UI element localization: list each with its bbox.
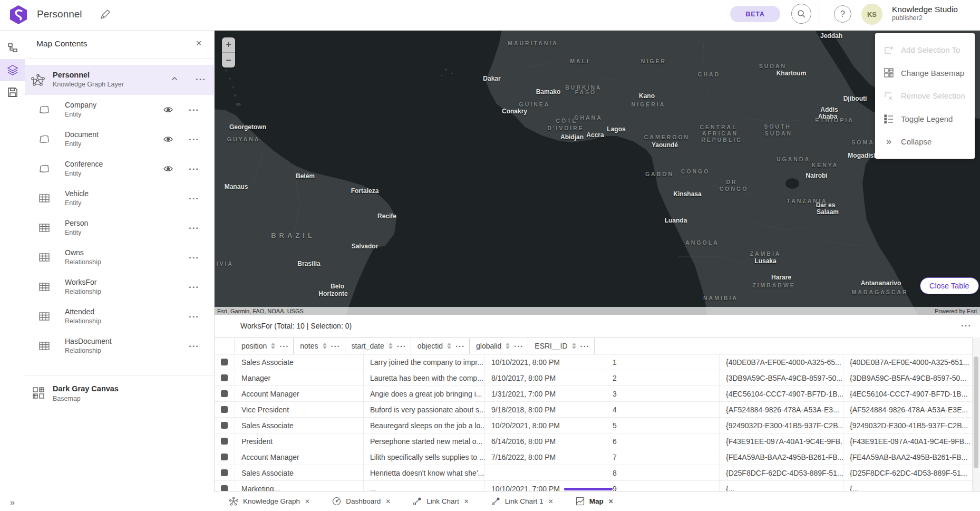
tab-close-icon[interactable]: ✕ xyxy=(385,498,391,505)
row-checkbox[interactable] xyxy=(221,438,228,445)
sort-icon[interactable] xyxy=(572,343,576,349)
layer-row[interactable]: Conference Entity ··· xyxy=(25,154,214,184)
app-logo-icon[interactable] xyxy=(8,5,28,25)
view-tab[interactable]: Link Chart ✕ xyxy=(402,491,480,511)
layer-options-icon[interactable]: ··· xyxy=(189,165,199,173)
tab-close-icon[interactable]: ✕ xyxy=(608,498,614,505)
table-row[interactable]: President Persephone started new metal o… xyxy=(214,433,973,449)
view-tab[interactable]: Knowledge Graph ✕ xyxy=(218,491,321,511)
layer-row[interactable]: WorksFor Relationship ··· xyxy=(25,272,214,302)
layer-options-icon[interactable]: ··· xyxy=(189,312,199,321)
row-checkbox[interactable] xyxy=(221,485,228,491)
column-header[interactable]: objectid ··· xyxy=(411,338,470,354)
layer-options-icon[interactable]: ··· xyxy=(189,224,199,233)
row-checkbox[interactable] xyxy=(221,359,228,365)
zoom-out-button[interactable]: − xyxy=(222,53,235,68)
column-header[interactable]: notes ··· xyxy=(294,338,345,354)
sort-icon[interactable] xyxy=(506,343,510,349)
basemap-row[interactable]: Dark Gray Canvas Basemap xyxy=(25,379,214,408)
cell-objectid: 3 xyxy=(606,386,720,401)
menu-item[interactable]: Change Basemap xyxy=(875,62,975,85)
sort-icon[interactable] xyxy=(271,343,275,349)
table-row[interactable]: Manager Lauretta has been with the comp.… xyxy=(214,370,973,386)
table-horizontal-scrollbar-thumb[interactable] xyxy=(564,488,613,490)
layer-row[interactable]: Attended Relationship ··· xyxy=(25,302,214,331)
table-row[interactable]: Sales Associate Henrietta doesn't know w… xyxy=(214,465,973,481)
view-tab[interactable]: Map ✕ xyxy=(565,491,625,511)
map-contents-layers-button[interactable] xyxy=(0,59,25,81)
tab-close-icon[interactable]: ✕ xyxy=(548,498,554,505)
table-row[interactable]: Sales Associate Larry joined the company… xyxy=(214,354,973,370)
tab-close-icon[interactable]: ✕ xyxy=(305,498,310,505)
column-options-icon[interactable]: ··· xyxy=(514,342,523,350)
link-chart-icon xyxy=(413,497,422,506)
column-header[interactable]: ESRI__ID ··· xyxy=(528,338,594,354)
layer-row[interactable]: Person Entity ··· xyxy=(25,213,214,243)
catalog-tree-button[interactable] xyxy=(0,37,25,59)
layer-options-icon[interactable]: ··· xyxy=(189,253,199,262)
panel-close-icon[interactable]: ✕ xyxy=(196,39,202,47)
column-options-icon[interactable]: ··· xyxy=(455,342,465,350)
row-checkbox[interactable] xyxy=(221,469,228,476)
table-options-icon[interactable]: ··· xyxy=(961,321,972,330)
column-options-icon[interactable]: ··· xyxy=(397,342,406,350)
layer-row[interactable]: Document Entity ··· xyxy=(25,124,214,154)
menu-item[interactable]: » Collapse xyxy=(875,130,975,153)
row-checkbox[interactable] xyxy=(221,406,228,413)
menu-item-label: Remove Selection xyxy=(901,91,965,100)
row-checkbox[interactable] xyxy=(221,374,228,381)
row-checkbox[interactable] xyxy=(221,422,228,429)
menu-item[interactable]: Toggle Legend xyxy=(875,108,975,131)
expand-toolbar-button[interactable]: » xyxy=(0,497,25,508)
menu-item[interactable]: Remove Selection xyxy=(875,84,975,108)
table-row[interactable]: Sales Associate Beauregard sleeps on the… xyxy=(214,418,973,433)
collapse-group-chevron-icon[interactable] xyxy=(170,75,179,83)
column-header[interactable]: globalid ··· xyxy=(470,338,528,354)
visibility-eye-icon[interactable] xyxy=(163,163,173,174)
sort-icon[interactable] xyxy=(389,343,393,349)
layer-row[interactable]: HasDocument Relationship ··· xyxy=(25,331,214,361)
layer-group-options-icon[interactable]: ··· xyxy=(196,75,206,84)
sort-icon[interactable] xyxy=(323,343,327,349)
layer-options-icon[interactable]: ··· xyxy=(189,194,199,203)
visibility-eye-icon[interactable] xyxy=(163,104,173,115)
menu-item[interactable]: Add Selection To xyxy=(875,38,975,62)
table-row[interactable]: Account Manager Lilith specifically sell… xyxy=(214,449,973,465)
menu-item-label: Change Basemap xyxy=(901,69,964,78)
search-button[interactable] xyxy=(791,4,811,24)
sort-icon[interactable] xyxy=(447,343,451,349)
cell-start-date: 7/16/2022, 8:00 PM xyxy=(485,449,606,465)
layer-row[interactable]: Owns Relationship ··· xyxy=(25,243,214,272)
table-vertical-scrollbar[interactable] xyxy=(972,338,980,491)
zoom-in-button[interactable]: + xyxy=(222,37,235,53)
save-button[interactable] xyxy=(0,81,25,103)
column-options-icon[interactable]: ··· xyxy=(580,342,590,350)
table-row[interactable]: Vice President Buford is very passionate… xyxy=(214,402,973,418)
row-checkbox[interactable] xyxy=(221,454,228,460)
column-header[interactable]: start_date ··· xyxy=(345,338,411,354)
view-tab[interactable]: Link Chart 1 ✕ xyxy=(480,491,565,511)
user-avatar[interactable]: KS xyxy=(861,4,882,25)
layer-options-icon[interactable]: ··· xyxy=(189,135,199,144)
edit-title-pencil-icon[interactable] xyxy=(99,8,112,21)
layer-row[interactable]: Company Entity ··· xyxy=(25,95,214,124)
visibility-eye-icon[interactable] xyxy=(163,134,173,144)
tab-close-icon[interactable]: ✕ xyxy=(464,498,469,505)
close-table-button[interactable]: Close Table xyxy=(920,277,979,294)
view-tab[interactable]: Dashboard ✕ xyxy=(321,491,402,511)
map-canvas[interactable] xyxy=(214,30,980,315)
help-button[interactable]: ? xyxy=(834,5,851,23)
layer-options-icon[interactable]: ··· xyxy=(189,283,199,292)
column-options-icon[interactable]: ··· xyxy=(279,342,289,350)
layer-row[interactable]: Vehicle Entity ··· xyxy=(25,184,214,213)
row-checkbox[interactable] xyxy=(221,390,228,397)
layer-options-icon[interactable]: ··· xyxy=(189,105,199,114)
cell-globalid: {9249032D-E300-41B5-937F-C2B... xyxy=(720,418,843,433)
layer-group-personnel[interactable]: Personnel Knowledge Graph Layer ··· xyxy=(25,65,214,95)
layer-options-icon[interactable]: ··· xyxy=(189,342,199,351)
table-vertical-scrollbar-thumb[interactable] xyxy=(974,356,978,468)
layer-type: Entity xyxy=(65,140,81,148)
column-options-icon[interactable]: ··· xyxy=(331,342,341,350)
column-header[interactable]: position ··· xyxy=(235,338,294,354)
table-row[interactable]: Account Manager Angie does a great job b… xyxy=(214,386,973,402)
